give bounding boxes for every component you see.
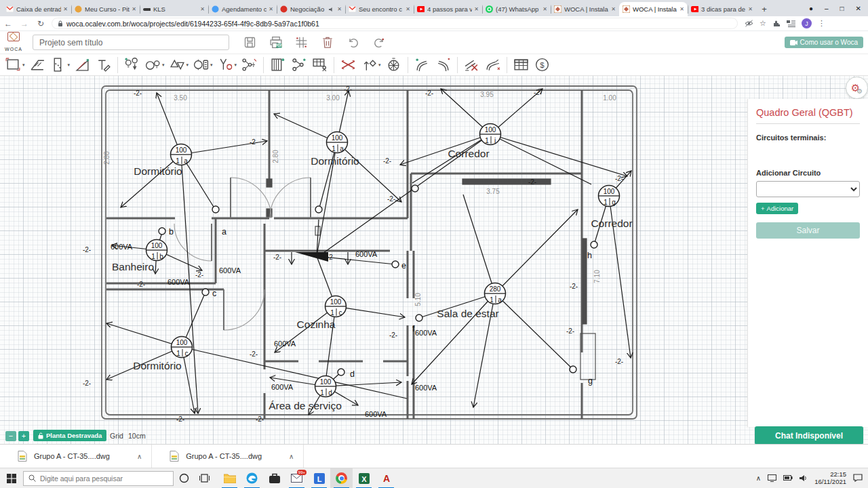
taskbar-app-excel[interactable]: X [353,468,375,488]
preview-off-icon[interactable] [745,20,753,27]
settings-fab[interactable]: ⚙⚙ [846,77,868,99]
tool-conduit-alt-icon[interactable] [433,56,454,75]
tab-close-icon[interactable]: ✕ [200,6,205,12]
browser-tab-8[interactable]: (47) WhatsApp✕ [482,2,551,16]
switch-point[interactable] [159,228,165,235]
switch-point[interactable] [212,206,219,213]
add-circuit-button[interactable]: +Adicionar [756,203,798,214]
action-center-icon[interactable] [853,474,863,482]
tool-crossing-icon[interactable] [338,56,359,75]
download-caret-icon[interactable]: ∧ [289,453,294,460]
browser-tab-3[interactable]: KLS✕ [140,2,208,16]
tool-conduit-icon[interactable] [412,56,433,75]
switch-point[interactable] [315,206,322,213]
search-input[interactable] [40,474,155,483]
redo-button[interactable] [370,34,387,51]
taskbar-app-acad[interactable]: A [375,468,397,488]
cortana-button[interactable] [174,473,194,483]
undo-button[interactable] [344,34,361,51]
ceiling-light[interactable]: 1001c [172,337,193,358]
bookmark-star-icon[interactable]: ☆ [760,19,766,28]
grid-button[interactable] [293,34,310,51]
ceiling-light[interactable]: 1001i [480,124,501,145]
tool-phone-icon[interactable]: ▾ [215,56,239,75]
help-button[interactable]: Como usar o Woca [785,37,863,48]
download-caret-icon[interactable]: ∧ [137,453,142,460]
browser-tab-6[interactable]: Seu encontro c✕ [345,2,414,16]
taskbar-clock[interactable]: 22:15 16/11/2021 [814,470,846,485]
tool-table-icon[interactable] [511,56,532,75]
tool-ramp-icon[interactable] [72,56,93,75]
tool-socket-icon[interactable]: ▾ [191,56,215,75]
floor-plan[interactable]: 1001a1001a1001i1001g1001b1001c1001c2801a… [0,76,868,444]
switch-point[interactable] [412,185,418,192]
tab-close-icon[interactable]: ✕ [63,6,68,12]
ceiling-light[interactable]: 2801a [485,283,506,304]
tab-close-icon[interactable]: ✕ [132,6,136,12]
tool-area-icon[interactable]: ▾ [3,56,27,75]
taskbar-app-mail[interactable]: 99+ [285,468,308,488]
forward-button[interactable]: → [16,19,33,28]
tool-budget-icon[interactable]: $ [532,56,553,75]
switch-point[interactable] [416,314,422,321]
tool-circuit-icon[interactable] [288,56,309,75]
url-omnibox[interactable]: woca.ocalev.com.br/woca/projects/edit/61… [52,18,738,29]
taskbar-app-edge[interactable] [241,468,263,488]
switch-point[interactable] [338,369,344,375]
taskbar-app-chrome[interactable] [330,468,353,488]
reload-button[interactable]: ↻ [33,19,49,28]
tab-close-icon[interactable]: ✕ [679,6,684,12]
tool-cut-conduit-icon[interactable] [461,56,482,75]
close-window-button[interactable]: ✕ [856,5,861,12]
tab-close-icon[interactable]: ✕ [474,6,479,12]
download-item-1[interactable]: Grupo A - CT-35....dwg∧ [0,445,152,468]
tool-qgbt-icon[interactable] [267,56,288,75]
taskbar-app-appL[interactable]: L [308,468,330,488]
taskbar-app-case[interactable] [263,468,285,488]
record-indicator-icon[interactable]: ● [809,5,813,12]
drawing-canvas[interactable]: 1001a1001a1001i1001g1001b1001c1001c2801a… [0,76,868,444]
ceiling-light[interactable]: 1001a [171,144,192,165]
zoom-out-button[interactable]: − [5,431,16,441]
project-title-input[interactable] [33,35,229,50]
tab-close-icon[interactable]: ✕ [269,6,273,12]
browser-menu-icon[interactable]: ⋮ [818,19,825,28]
tool-wire-fill-icon[interactable] [482,56,503,75]
tab-audio-icon[interactable] [329,7,334,12]
switch-point[interactable] [392,261,399,268]
switch-point[interactable] [591,241,597,248]
tray-expand-icon[interactable]: ∧ [756,474,761,482]
save-button[interactable] [241,34,258,51]
tab-close-icon[interactable]: ✕ [337,6,342,12]
tab-close-icon[interactable]: ✕ [406,6,410,12]
extensions-icon[interactable] [772,20,781,28]
battery-icon[interactable] [783,475,793,481]
ceiling-light[interactable]: 1001g [599,186,620,207]
tool-wall-icon[interactable] [27,56,48,75]
tab-group-icon[interactable] [787,20,795,27]
browser-tab-2[interactable]: Meu Curso - Pit✕ [71,2,140,16]
profile-avatar[interactable]: J [802,18,812,28]
tool-load-table-icon[interactable] [309,56,330,75]
tool-lamps-icon[interactable] [121,56,142,75]
tab-close-icon[interactable]: ✕ [748,6,753,12]
ceiling-light[interactable]: 1001d [315,376,336,397]
volume-icon[interactable] [800,474,808,482]
print-button[interactable]: PDF [267,34,284,51]
download-item-2[interactable]: Grupo A - CT-35....dwg∧ [152,445,304,468]
trash-button[interactable] [319,34,336,51]
browser-tab-5[interactable]: Negociação✕ [277,2,345,16]
zoom-in-button[interactable]: + [18,431,29,441]
browser-tab-10[interactable]: WOCA | Instala✕ [619,2,688,16]
ceiling-light[interactable]: 1001a [327,132,348,153]
tool-text-icon[interactable] [93,56,114,75]
display-icon[interactable] [768,474,776,482]
browser-tab-9[interactable]: WOCA | Instala✕ [551,2,619,16]
new-tab-button[interactable]: + [756,2,772,16]
taskbar-app-explorer[interactable] [218,468,241,488]
tool-return-arrow-icon[interactable]: ▾ [359,56,383,75]
tool-arrows-icon[interactable]: ▾ [167,56,191,75]
switch-point[interactable] [202,289,209,296]
plan-unlocked-badge[interactable]: Planta Destravada [33,430,106,441]
browser-tab-1[interactable]: Caixa de entrad✕ [3,2,71,16]
